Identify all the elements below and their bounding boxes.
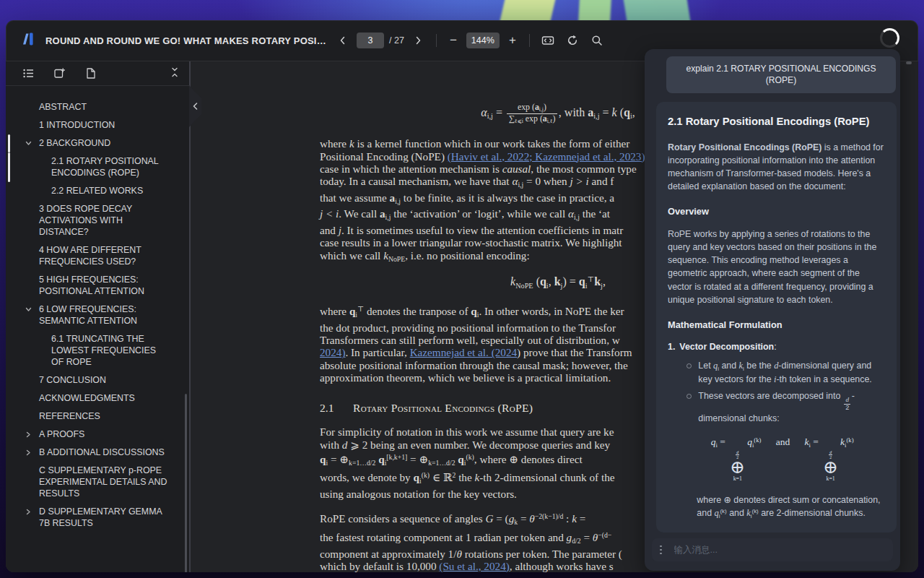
chat-input-bar[interactable] bbox=[652, 538, 893, 561]
toc-item-label: 2.1 ROTARY POSITIONAL ENCODINGS (ROPE) bbox=[51, 156, 158, 178]
rotate-page-button[interactable] bbox=[564, 32, 581, 49]
chevron-down-icon[interactable] bbox=[25, 305, 32, 316]
toc-item[interactable]: REFERENCES bbox=[6, 410, 189, 422]
toolbar-controls: 3 / 27 − 144% + bbox=[334, 20, 606, 61]
next-page-button[interactable] bbox=[409, 32, 427, 49]
citation-link[interactable]: 2024) bbox=[320, 346, 345, 358]
loading-spinner-icon bbox=[880, 28, 899, 48]
citation-link[interactable]: (Su et al., 2024) bbox=[439, 560, 509, 572]
sidebar-scrollbar[interactable] bbox=[185, 394, 187, 572]
chevron-down-icon[interactable] bbox=[25, 139, 32, 150]
chevron-right-icon[interactable] bbox=[25, 430, 32, 441]
toc-item-label: D SUPPLEMENTARY GEMMA 7B RESULTS bbox=[39, 506, 162, 528]
fit-to-screen-button[interactable] bbox=[539, 32, 557, 49]
toc-item-label: 1 INTRODUCTION bbox=[39, 120, 115, 130]
toolbar-divider bbox=[529, 34, 530, 47]
toc-item[interactable]: C SUPPLEMENTARY p-ROPE EXPERIMENTAL DETA… bbox=[6, 465, 189, 499]
list-continuation: where ⊕ denotes direct sum or concatenat… bbox=[697, 493, 885, 520]
ai-chat-panel: explain 2.1 ROTARY POSITIONAL ENCODINGS … bbox=[645, 49, 900, 571]
toc-item-label: 2 BACKGROUND bbox=[39, 138, 110, 148]
toc-item[interactable]: 3 DOES ROPE DECAY ACTIVATIONS WITH DISTA… bbox=[6, 203, 189, 238]
page-number-input[interactable]: 3 bbox=[357, 33, 384, 48]
table-of-contents: ABSTRACT1 INTRODUCTION2 BACKGROUND2.1 RO… bbox=[6, 86, 189, 572]
toc-item-label: ABSTRACT bbox=[39, 102, 87, 112]
chevron-right-icon[interactable] bbox=[25, 448, 32, 460]
more-options-icon[interactable] bbox=[658, 543, 663, 558]
toc-item[interactable]: ACKNOWLEDGMENTS bbox=[6, 392, 189, 404]
zoom-level-display[interactable]: 144% bbox=[466, 33, 500, 48]
chat-heading: Mathematical Formulation bbox=[668, 319, 885, 332]
toc-item-label: REFERENCES bbox=[39, 411, 100, 421]
toc-item[interactable]: 5 HIGH FREQUENCIES: POSITIONAL ATTENTION bbox=[6, 274, 189, 297]
citation-link[interactable]: (Haviv et al., 2022; Kazemnejad et al., … bbox=[448, 150, 645, 163]
toc-item[interactable]: ABSTRACT bbox=[6, 101, 189, 113]
user-message: explain 2.1 ROTARY POSITIONAL ENCODINGS … bbox=[666, 56, 896, 93]
sidebar-toolbar bbox=[6, 61, 189, 86]
chat-heading: 2.1 Rotary Positional Encodings (RoPE) bbox=[668, 114, 885, 130]
chevron-right-icon[interactable] bbox=[25, 507, 32, 519]
assistant-message: 2.1 Rotary Positional Encodings (RoPE)Ro… bbox=[656, 102, 897, 532]
toc-item-label: 3 DOES ROPE DECAY ACTIVATIONS WITH DISTA… bbox=[39, 204, 132, 237]
toolbar-divider bbox=[436, 34, 437, 47]
search-icon[interactable] bbox=[588, 32, 606, 49]
zoom-out-button[interactable]: − bbox=[446, 33, 461, 48]
document-title: ROUND AND ROUND WE GO! WHAT MAKES ROTARY… bbox=[45, 35, 326, 46]
document-page-icon[interactable] bbox=[82, 65, 99, 82]
chat-formula: qi = d2⊕k=1qi(k)andki = d2⊕k=1ki(k) bbox=[679, 435, 885, 482]
outline-list-icon[interactable] bbox=[19, 65, 37, 82]
page-total-label: / 27 bbox=[389, 35, 404, 46]
toc-item-label: 7 CONCLUSION bbox=[39, 375, 106, 385]
toc-item-label: ACKNOWLEDGMENTS bbox=[39, 393, 135, 403]
sidebar: ABSTRACT1 INTRODUCTION2 BACKGROUND2.1 RO… bbox=[6, 61, 191, 572]
add-note-icon[interactable] bbox=[51, 65, 68, 82]
toc-item-label: 6 LOW FREQUENCIES: SEMANTIC ATTENTION bbox=[39, 304, 137, 326]
toc-item-label: 4 HOW ARE DIFFERENT FREQUENCIES USED? bbox=[39, 245, 141, 267]
toc-item[interactable]: B ADDITIONAL DISCUSSIONS bbox=[6, 447, 189, 458]
pdf-scrollbar[interactable] bbox=[906, 61, 912, 64]
toc-item-label: 6.1 TRUNCATING THE LOWEST FREQUENCIES OF… bbox=[51, 334, 156, 367]
numbered-list-item: 1.Vector Decomposition:Let qi and ki be … bbox=[668, 340, 885, 521]
toc-item[interactable]: 2.1 ROTARY POSITIONAL ENCODINGS (ROPE) bbox=[6, 155, 189, 178]
toc-item-label: 5 HIGH FREQUENCIES: POSITIONAL ATTENTION bbox=[39, 275, 144, 296]
toc-item[interactable]: 2 BACKGROUND bbox=[6, 137, 189, 149]
bullet-icon bbox=[687, 394, 692, 399]
collapse-all-icon[interactable] bbox=[170, 67, 180, 80]
previous-page-button[interactable] bbox=[334, 32, 352, 49]
chat-heading: Overview bbox=[668, 205, 885, 219]
toc-item-label: 2.2 RELATED WORKS bbox=[51, 186, 143, 196]
toc-item[interactable]: 6.1 TRUNCATING THE LOWEST FREQUENCIES OF… bbox=[6, 333, 189, 368]
numbered-list-item: 2.Rotation Matrices:RoPE defines a seque… bbox=[668, 530, 885, 532]
toc-item[interactable]: 7 CONCLUSION bbox=[6, 374, 189, 386]
toc-item[interactable]: D SUPPLEMENTARY GEMMA 7B RESULTS bbox=[6, 506, 189, 529]
chat-paragraph: Rotary Positional Encodings (RoPE) is a … bbox=[668, 141, 885, 193]
app-logo-icon bbox=[22, 32, 36, 49]
toc-item-label: C SUPPLEMENTARY p-ROPE EXPERIMENTAL DETA… bbox=[39, 465, 167, 499]
bullet-icon bbox=[687, 363, 692, 368]
toc-item[interactable]: 1 INTRODUCTION bbox=[6, 119, 189, 131]
toc-item[interactable]: 6 LOW FREQUENCIES: SEMANTIC ATTENTION bbox=[6, 303, 189, 327]
toc-item[interactable]: A PROOFS bbox=[6, 428, 189, 440]
toc-item[interactable]: 2.2 RELATED WORKS bbox=[6, 185, 189, 197]
zoom-in-button[interactable]: + bbox=[505, 33, 520, 48]
list-item: These vectors are decomposed into d2-dim… bbox=[687, 389, 885, 425]
toc-item-label: B ADDITIONAL DISCUSSIONS bbox=[39, 447, 165, 457]
chat-paragraph: RoPE works by applying a series of rotat… bbox=[668, 228, 885, 306]
toc-item-label: A PROOFS bbox=[39, 429, 84, 439]
list-item: Let qi and ki be the d-dimensional query… bbox=[687, 359, 885, 386]
citation-link[interactable]: Kazemnejad et al. (2024 bbox=[410, 346, 517, 358]
app-window: ROUND AND ROUND WE GO! WHAT MAKES ROTARY… bbox=[6, 20, 918, 572]
toc-item[interactable]: 4 HOW ARE DIFFERENT FREQUENCIES USED? bbox=[6, 244, 189, 267]
message-input[interactable] bbox=[673, 544, 887, 556]
